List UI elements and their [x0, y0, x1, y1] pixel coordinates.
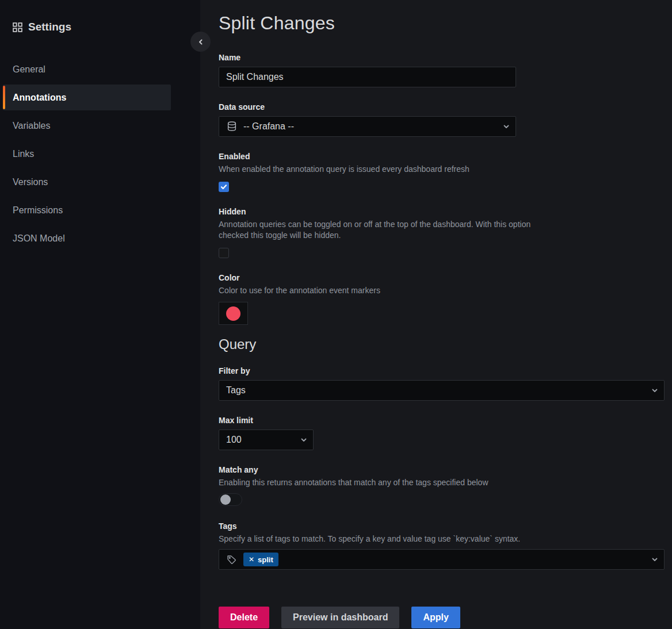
- preview-in-dashboard-button[interactable]: Preview in dashboard: [281, 607, 399, 628]
- apps-grid-icon: [13, 22, 22, 32]
- sidebar-item-json-model[interactable]: JSON Model: [3, 224, 171, 252]
- checkmark-icon: [220, 183, 227, 190]
- settings-nav: General Annotations Variables Links Vers…: [0, 55, 200, 252]
- database-icon: [226, 121, 238, 132]
- color-picker[interactable]: [219, 302, 248, 325]
- tags-input[interactable]: ✕ split: [219, 549, 665, 570]
- query-section-title: Query: [219, 336, 672, 352]
- enabled-label: Enabled: [219, 152, 672, 161]
- tag-label: split: [258, 555, 273, 564]
- data-source-label: Data source: [219, 102, 672, 112]
- chevron-down-icon: [651, 556, 658, 563]
- sidebar-item-versions[interactable]: Versions: [3, 168, 171, 196]
- tags-field: Tags Specify a list of tags to match. To…: [219, 521, 672, 570]
- max-limit-label: Max limit: [219, 416, 672, 425]
- max-limit-select[interactable]: 100: [219, 429, 314, 450]
- collapse-sidebar-button[interactable]: [190, 32, 211, 52]
- match-any-toggle[interactable]: [219, 493, 242, 506]
- settings-sidebar: Settings General Annotations Variables L…: [0, 0, 200, 629]
- tag-pill-split[interactable]: ✕ split: [243, 553, 278, 566]
- filter-by-field: Filter by Tags: [219, 366, 672, 401]
- sidebar-item-variables[interactable]: Variables: [3, 112, 171, 140]
- color-label: Color: [219, 273, 672, 282]
- sidebar-item-permissions[interactable]: Permissions: [3, 196, 171, 224]
- match-any-label: Match any: [219, 465, 672, 474]
- max-limit-value: 100: [226, 435, 242, 445]
- filter-by-label: Filter by: [219, 366, 672, 375]
- sidebar-item-annotations[interactable]: Annotations: [3, 85, 171, 110]
- tags-label: Tags: [219, 521, 672, 531]
- chevron-left-icon: [197, 39, 204, 45]
- chevron-down-icon: [651, 387, 658, 394]
- chevron-down-icon: [503, 123, 510, 130]
- toggle-knob: [220, 494, 231, 505]
- data-source-select[interactable]: -- Grafana --: [219, 116, 516, 137]
- chevron-down-icon: [300, 436, 307, 443]
- name-field: Name: [219, 53, 672, 87]
- hidden-label: Hidden: [219, 207, 672, 216]
- sidebar-item-general[interactable]: General: [3, 55, 171, 83]
- match-any-description: Enabling this returns annotations that m…: [219, 477, 672, 488]
- data-source-value: -- Grafana --: [243, 121, 294, 132]
- name-input[interactable]: [219, 67, 516, 87]
- filter-by-value: Tags: [226, 385, 246, 396]
- delete-button[interactable]: Delete: [219, 607, 269, 628]
- sidebar-item-links[interactable]: Links: [3, 140, 171, 168]
- annotation-settings-panel: Split Changes Name Data source -- Grafan…: [200, 0, 672, 629]
- name-label: Name: [219, 53, 672, 62]
- data-source-field: Data source -- Grafana --: [219, 102, 672, 137]
- tags-description: Specify a list of tags to match. To spec…: [219, 534, 672, 544]
- hidden-field: Hidden Annotation queries can be toggled…: [219, 207, 672, 258]
- settings-title: Settings: [28, 21, 71, 33]
- filter-by-select[interactable]: Tags: [219, 380, 665, 401]
- tag-icon: [226, 554, 236, 565]
- apply-button[interactable]: Apply: [411, 607, 460, 628]
- color-field: Color Color to use for the annotation ev…: [219, 273, 672, 325]
- match-any-field: Match any Enabling this returns annotati…: [219, 465, 672, 506]
- max-limit-field: Max limit 100: [219, 416, 672, 450]
- remove-tag-icon[interactable]: ✕: [249, 556, 254, 563]
- hidden-description: Annotation queries can be toggled on or …: [219, 219, 555, 241]
- enabled-checkbox[interactable]: [219, 182, 229, 192]
- settings-header: Settings: [0, 21, 200, 33]
- enabled-description: When enabled the annotation query is iss…: [219, 164, 672, 175]
- color-description: Color to use for the annotation event ma…: [219, 285, 672, 296]
- color-swatch-circle: [226, 306, 240, 321]
- action-buttons: Delete Preview in dashboard Apply: [219, 607, 672, 628]
- enabled-field: Enabled When enabled the annotation quer…: [219, 152, 672, 192]
- page-title: Split Changes: [219, 13, 672, 34]
- hidden-checkbox[interactable]: [219, 248, 229, 258]
